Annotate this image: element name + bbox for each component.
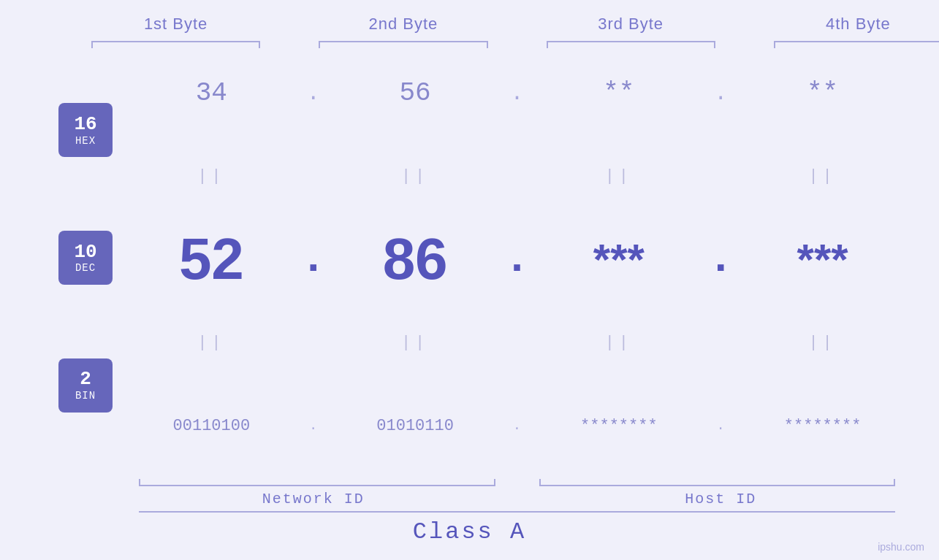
bracket-3 (532, 34, 730, 48)
hex-dot-3: . (706, 81, 735, 106)
bracket-1 (77, 34, 275, 48)
data-columns: 34 . 56 . ** . ** || || || || 52 (124, 52, 910, 507)
bracket-gap-1 (503, 470, 532, 486)
eq1-b4: || (735, 167, 910, 185)
bin-badge: 2 BIN (58, 358, 113, 413)
bin-b1: 00110100 (124, 417, 299, 435)
dec-dot-2: . (503, 234, 532, 284)
col-header-3: 3rd Byte (532, 15, 730, 34)
col-header-4: 4th Byte (759, 15, 939, 34)
dec-b1: 52 (124, 226, 299, 293)
col-header-2: 2nd Byte (304, 15, 502, 34)
eq2-b1: || (124, 334, 299, 352)
hex-b3: ** (532, 78, 707, 108)
dec-row: 52 . 86 . *** . *** (124, 218, 910, 302)
host-id-label: Host ID (532, 491, 911, 507)
badges-column: 16 HEX 10 DEC 2 BIN (29, 52, 124, 507)
bin-row: 00110100 . 01010110 . ******** . *******… (124, 384, 910, 467)
dec-b4: *** (735, 234, 910, 285)
hex-badge-label: HEX (75, 135, 96, 147)
hex-b2: 56 (328, 78, 503, 108)
dec-b2: 86 (328, 226, 503, 293)
hex-dot-1: . (299, 81, 328, 106)
dec-dot-3: . (706, 234, 735, 284)
bottom-labels-row: Network ID Host ID (124, 491, 910, 507)
bin-dot-3: . (706, 418, 735, 433)
bottom-brackets-row (124, 470, 910, 486)
column-headers: 1st Byte 2nd Byte 3rd Byte 4th Byte (77, 15, 939, 34)
bin-b4: ******** (735, 417, 910, 435)
hex-b1: 34 (124, 78, 299, 108)
eq1-b3: || (532, 167, 707, 185)
col-header-1: 1st Byte (77, 15, 275, 34)
bin-b3: ******** (532, 417, 707, 435)
bin-badge-label: BIN (75, 390, 96, 402)
hex-dot-2: . (503, 81, 532, 106)
main-container: 1st Byte 2nd Byte 3rd Byte 4th Byte 16 H… (0, 0, 939, 560)
network-id-label: Network ID (124, 491, 503, 507)
top-brackets (77, 34, 939, 48)
eq2-b2: || (328, 334, 503, 352)
bin-b2: 01010110 (328, 417, 503, 435)
bin-dot-2: . (503, 418, 532, 433)
eq2-b3: || (532, 334, 707, 352)
dec-b3: *** (532, 234, 707, 285)
class-label: Class A (29, 518, 910, 545)
host-bracket (532, 470, 911, 486)
hex-b4: ** (735, 78, 910, 108)
eq1-b2: || (328, 167, 503, 185)
dec-dot-1: . (299, 234, 328, 284)
dec-badge: 10 DEC (58, 231, 113, 285)
eq2-b4: || (735, 334, 910, 352)
hex-badge: 16 HEX (58, 103, 113, 157)
bracket-4 (759, 34, 939, 48)
dec-badge-label: DEC (75, 262, 96, 274)
bin-badge-num: 2 (80, 369, 91, 390)
watermark: ipshu.com (878, 541, 924, 553)
hex-badge-num: 16 (74, 114, 96, 135)
dec-badge-num: 10 (74, 242, 96, 263)
bracket-2 (304, 34, 502, 48)
eq1-b1: || (124, 167, 299, 185)
footer-line (139, 511, 895, 513)
eq-row-2: || || || || (124, 301, 910, 384)
hex-row: 34 . 56 . ** . ** (124, 52, 910, 135)
main-area: 16 HEX 10 DEC 2 BIN 34 . 56 . ** . ** (29, 52, 910, 507)
bin-dot-1: . (299, 418, 328, 433)
network-bracket (124, 470, 503, 486)
eq-row-1: || || || || (124, 135, 910, 218)
